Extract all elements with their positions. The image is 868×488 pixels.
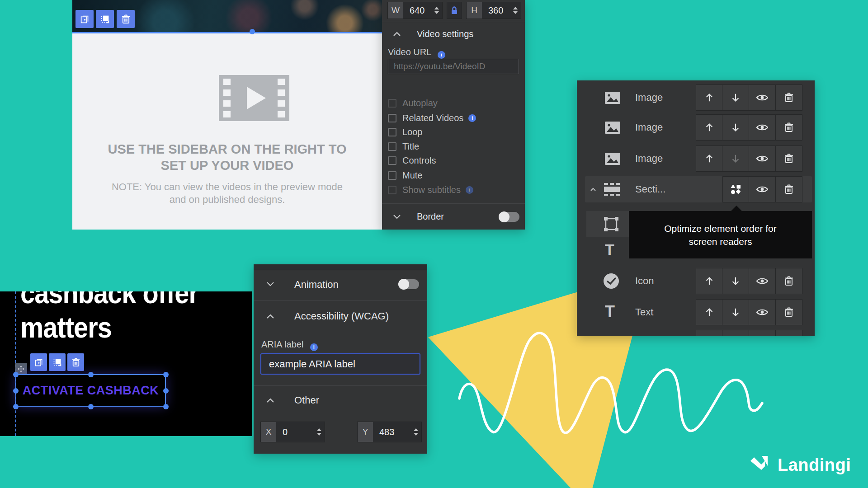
move-down-button[interactable] (722, 114, 749, 141)
height-value[interactable]: 360 (482, 2, 510, 19)
info-icon[interactable]: i (468, 114, 476, 122)
layer-row-image-1[interactable]: Image (577, 84, 815, 111)
accessibility-section-header[interactable]: Accessibility (WCAG) (254, 306, 427, 326)
width-field[interactable]: W 640 (387, 2, 443, 19)
option-row-mute[interactable]: Mute (388, 169, 422, 181)
checkbox[interactable] (388, 171, 396, 180)
delete-button[interactable] (67, 353, 84, 371)
delete-layer-button[interactable] (776, 114, 802, 141)
info-icon[interactable]: i (438, 51, 445, 59)
layer-row-text-child[interactable]: T (586, 242, 629, 258)
resize-handle-ne[interactable] (163, 372, 169, 377)
visibility-button[interactable] (749, 299, 776, 325)
option-row-loop[interactable]: Loop (388, 126, 423, 138)
move-down-button[interactable] (722, 268, 749, 294)
chevron-up-icon (266, 398, 274, 403)
visibility-button[interactable] (749, 84, 776, 111)
height-field[interactable]: H 360 (466, 2, 521, 19)
option-row-title[interactable]: Title (388, 141, 419, 152)
layer-row-text[interactable]: T Text (577, 299, 815, 325)
checkbox[interactable] (388, 142, 396, 151)
heading-line2: SET UP YOUR VIDEO (72, 157, 382, 174)
layer-row-image-2[interactable]: Image (577, 114, 815, 141)
delete-layer-button[interactable] (776, 84, 802, 111)
checkbox[interactable] (388, 99, 396, 108)
move-up-button[interactable] (696, 299, 722, 325)
resize-handle-e[interactable] (163, 388, 169, 394)
delete-layer-button[interactable] (776, 299, 802, 325)
option-row-controls[interactable]: Controls (388, 155, 436, 166)
y-position-field[interactable]: Y 483 (357, 422, 422, 442)
width-value[interactable]: 640 (403, 2, 431, 19)
border-section-header[interactable]: Border (382, 207, 525, 227)
resize-handle-nw[interactable] (13, 372, 19, 377)
checkbox[interactable] (388, 128, 396, 136)
video-url-input[interactable] (388, 59, 519, 74)
move-down-button[interactable] (722, 299, 749, 325)
x-value[interactable]: 0 (276, 422, 314, 442)
widget-select-button[interactable] (96, 10, 114, 28)
checkbox[interactable] (388, 186, 396, 194)
layer-row-icon[interactable]: Icon (577, 268, 815, 294)
visibility-button[interactable] (749, 145, 776, 172)
animation-toggle[interactable] (398, 279, 419, 289)
trash-icon (784, 307, 793, 317)
option-row-show-subtitles[interactable]: Show subtitles i (388, 184, 473, 196)
info-icon[interactable]: i (310, 343, 318, 351)
copy-plus-icon (80, 14, 90, 24)
option-label: Related Videos (402, 113, 463, 123)
y-stepper[interactable] (410, 422, 421, 442)
collapse-chevron-icon[interactable] (590, 188, 596, 192)
x-label: X (261, 422, 276, 442)
delete-layer-button[interactable] (776, 176, 802, 202)
layer-row-clipped (577, 330, 815, 336)
layer-row-section[interactable]: Secti... (577, 176, 815, 202)
move-up-button[interactable] (696, 268, 722, 294)
checkbox[interactable] (388, 114, 396, 122)
border-toggle[interactable] (499, 212, 519, 222)
info-icon[interactable]: i (466, 186, 473, 194)
animation-section-header[interactable]: Animation (254, 273, 427, 295)
width-stepper[interactable] (431, 2, 442, 19)
widget-duplicate-button[interactable] (75, 10, 94, 28)
delete-layer-button[interactable] (776, 268, 802, 294)
visibility-button[interactable] (749, 176, 776, 202)
option-row-related-videos[interactable]: Related Videos i (388, 112, 476, 124)
move-up-button[interactable] (696, 84, 722, 111)
move-up-button[interactable] (696, 145, 722, 172)
cashback-button[interactable]: ACTIVATE CASHBACK (15, 374, 166, 407)
visibility-button[interactable] (749, 268, 776, 294)
resize-handle-top[interactable] (250, 29, 255, 34)
x-stepper[interactable] (314, 422, 325, 442)
select-area-button[interactable] (49, 353, 66, 371)
chevron-up-icon (266, 314, 274, 319)
resize-handle-se[interactable] (163, 404, 169, 409)
video-settings-header[interactable]: Video settings (382, 25, 525, 42)
arrow-down-icon (731, 276, 741, 286)
y-value[interactable]: 483 (373, 422, 410, 442)
resize-handle-w[interactable] (13, 388, 19, 394)
layer-row-frame-child[interactable] (586, 211, 629, 237)
delete-layer-button[interactable] (776, 145, 802, 172)
option-row-autoplay[interactable]: Autoplay (388, 97, 438, 109)
duplicate-button[interactable] (30, 353, 47, 371)
arrow-up-icon (704, 276, 714, 286)
layer-row-image-3[interactable]: Image (577, 145, 815, 172)
optimize-order-button[interactable] (722, 176, 749, 202)
height-stepper[interactable] (510, 2, 521, 19)
move-up-button[interactable] (696, 114, 722, 141)
x-position-field[interactable]: X 0 (260, 422, 325, 442)
checkbox[interactable] (388, 156, 396, 165)
resize-handle-s[interactable] (88, 404, 94, 409)
lock-ratio-button[interactable] (447, 2, 462, 19)
shapes-icon (731, 184, 741, 195)
visibility-button[interactable] (749, 114, 776, 141)
move-down-button[interactable] (722, 84, 749, 111)
other-section-header[interactable]: Other (254, 390, 427, 410)
aria-label-input[interactable] (260, 353, 420, 375)
frame-icon (604, 217, 618, 231)
resize-handle-sw[interactable] (13, 404, 19, 409)
option-label: Autoplay (402, 98, 438, 108)
resize-handle-n[interactable] (88, 372, 94, 377)
widget-delete-button[interactable] (117, 10, 135, 28)
